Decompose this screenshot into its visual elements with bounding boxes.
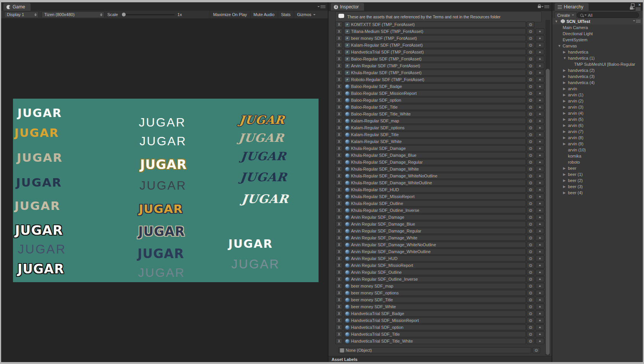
object-field[interactable]: HandveticaTrial SDF_Title — [344, 331, 526, 337]
move-up-button[interactable]: ▲ — [536, 90, 544, 96]
fold-arrow-icon[interactable]: ▶ — [563, 185, 568, 188]
move-up-button[interactable]: ▲ — [536, 35, 544, 41]
object-picker-icon[interactable]: ⊙ — [527, 63, 534, 69]
mute-audio-button[interactable]: Mute Audio — [250, 11, 278, 18]
object-field[interactable]: Tillana-Medium SDF (TMP_FontAsset) — [344, 28, 526, 34]
fold-arrow-icon[interactable]: ▶ — [563, 191, 568, 195]
object-field[interactable]: Arvin Regular SDF_Damage — [344, 214, 526, 220]
remove-button[interactable]: X — [335, 35, 343, 41]
fold-arrow-icon[interactable]: ▶ — [563, 172, 568, 176]
object-picker-icon[interactable]: ⊙ — [527, 262, 534, 268]
object-picker-icon[interactable]: ⊙ — [527, 21, 534, 28]
fold-arrow-icon[interactable]: ▶ — [563, 130, 568, 133]
stats-button[interactable]: Stats — [278, 11, 294, 18]
hierarchy-item[interactable]: arvin (10) — [552, 147, 643, 153]
object-field[interactable]: beer money SDF_Title — [344, 297, 526, 303]
object-field[interactable]: Arvin Regular SDF_MIssioReport — [344, 262, 526, 268]
object-field[interactable]: HandveticaTrial SDF_Badge — [344, 310, 526, 317]
object-field[interactable]: Kalam-Regular SDF_Title — [344, 132, 526, 138]
object-picker-icon[interactable]: ⊙ — [527, 331, 534, 337]
object-picker-icon[interactable]: ⊙ — [527, 35, 534, 41]
fold-arrow-icon[interactable]: ▶ — [563, 81, 568, 84]
object-picker-icon[interactable]: ⊙ — [527, 207, 534, 213]
object-picker-icon[interactable]: ⊙ — [527, 297, 534, 303]
object-field[interactable]: KOMTXTT SDF (TMP_FontAsset) — [344, 21, 526, 28]
object-picker-icon[interactable]: ⊙ — [527, 152, 534, 158]
fold-arrow-icon[interactable]: ▶ — [563, 136, 568, 140]
remove-button[interactable]: X — [335, 90, 343, 96]
fold-arrow-icon[interactable]: ▶ — [563, 179, 568, 182]
object-picker-icon[interactable]: ⊙ — [527, 56, 534, 62]
remove-button[interactable]: X — [335, 324, 343, 330]
fold-arrow-icon[interactable]: ▶ — [563, 50, 568, 54]
object-field[interactable]: Khula-Regular SDF_Damage_WhiteOutline — [344, 180, 526, 186]
object-field[interactable]: Baloo-Regular SDF (TMP_FontAsset) — [344, 56, 526, 62]
hierarchy-item[interactable]: ▶ beer (3) — [552, 184, 643, 190]
hierarchy-item[interactable]: ▶ handvetica (4) — [552, 80, 643, 86]
move-up-button[interactable]: ▲ — [536, 324, 544, 330]
object-picker-icon[interactable]: ⊙ — [527, 104, 534, 110]
game-panel-menu-icon[interactable] — [320, 5, 325, 8]
hierarchy-item[interactable]: ▼ Canvas — [552, 43, 643, 49]
object-field[interactable]: Khula-Regular SDF_Damage_Regular — [344, 159, 526, 165]
object-field[interactable]: Khula-Regular SDF_Damage_White — [344, 166, 526, 172]
move-up-button[interactable]: ▲ — [536, 97, 544, 103]
object-field[interactable]: Kalam-Regular SDF_options — [344, 125, 526, 131]
object-field-empty[interactable]: None (Object) — [338, 347, 531, 353]
remove-button[interactable]: X — [335, 159, 343, 165]
remove-button[interactable]: X — [335, 63, 343, 69]
move-up-button[interactable]: ▲ — [536, 166, 544, 172]
remove-button[interactable]: X — [335, 132, 343, 138]
fold-arrow-icon[interactable]: ▶ — [563, 93, 568, 97]
hierarchy-item[interactable]: Main Camera — [552, 24, 643, 31]
object-picker-icon[interactable]: ⊙ — [527, 132, 534, 138]
object-field[interactable]: HandveticaTrial SDF_Title_White — [344, 338, 526, 344]
hierarchy-item[interactable]: ▶ arvin (1) — [552, 92, 643, 98]
move-up-button[interactable]: ▲ — [536, 242, 544, 248]
object-field[interactable]: Khula-Regular SDF (TMP_FontAsset) — [344, 70, 526, 76]
remove-button[interactable]: X — [335, 76, 343, 83]
object-picker-icon[interactable]: ⊙ — [527, 221, 534, 227]
hierarchy-panel-menu-icon[interactable] — [636, 8, 641, 11]
hierarchy-item[interactable]: ▼ handvetica (1) — [552, 55, 643, 61]
scale-slider-knob[interactable] — [122, 13, 126, 16]
fold-arrow-icon[interactable]: ▼ — [563, 56, 568, 60]
hierarchy-item[interactable]: ▶ beer (1) — [552, 171, 643, 177]
hierarchy-item[interactable]: ▶ arvin — [552, 86, 643, 92]
remove-button[interactable]: X — [335, 97, 343, 103]
object-field[interactable]: Kalam-Regular SDF (TMP_FontAsset) — [344, 42, 526, 48]
hierarchy-item[interactable]: ▶ arvin (5) — [552, 116, 643, 122]
move-up-button[interactable]: ▲ — [536, 235, 544, 241]
remove-button[interactable]: X — [335, 276, 343, 282]
hierarchy-item[interactable]: ▶ arvin (2) — [552, 98, 643, 104]
move-up-button[interactable]: ▲ — [536, 118, 544, 124]
move-up-button[interactable]: ▲ — [536, 76, 544, 83]
hierarchy-item[interactable]: komika — [552, 153, 643, 159]
fold-arrow-icon[interactable]: ▶ — [563, 68, 568, 72]
move-up-button[interactable]: ▲ — [536, 180, 544, 186]
move-up-button[interactable]: ▲ — [536, 193, 544, 200]
inspector-panel-menu-icon[interactable] — [544, 5, 549, 8]
move-up-button[interactable]: ▲ — [536, 283, 544, 289]
object-field[interactable]: Khula-Regular SDF_MIssioReport — [344, 193, 526, 200]
move-up-button[interactable]: ▲ — [536, 249, 544, 255]
remove-button[interactable]: X — [335, 255, 343, 262]
scale-slider[interactable] — [121, 14, 175, 15]
hierarchy-item[interactable]: Directional Light — [552, 31, 643, 37]
remove-button[interactable]: X — [335, 221, 343, 227]
move-up-button[interactable]: ▲ — [536, 63, 544, 69]
object-field[interactable]: Khula-Regular SDF_Outline_Inverse — [344, 207, 526, 213]
object-field[interactable]: Arvin Regular SDF_Damage_Regular — [344, 228, 526, 234]
object-picker-icon[interactable]: ⊙ — [527, 111, 534, 117]
object-field[interactable]: Baloo-Regular SDF_Title — [344, 104, 526, 110]
object-picker-icon[interactable]: ⊙ — [527, 228, 534, 234]
object-picker-icon[interactable]: ⊙ — [527, 283, 534, 289]
hierarchy-item[interactable]: ▶ arvin (7) — [552, 128, 643, 135]
hierarchy-item[interactable]: ▶ arvin (3) — [552, 104, 643, 110]
move-up-button[interactable]: ▲ — [536, 132, 544, 138]
object-field[interactable]: Kalam-Regular SDF_White — [344, 138, 526, 145]
move-up-button[interactable]: ▲ — [536, 173, 544, 179]
object-picker-icon[interactable]: ⊙ — [527, 290, 534, 296]
object-picker-icon[interactable]: ⊙ — [527, 180, 534, 186]
fold-arrow-icon[interactable]: ▶ — [563, 166, 568, 170]
